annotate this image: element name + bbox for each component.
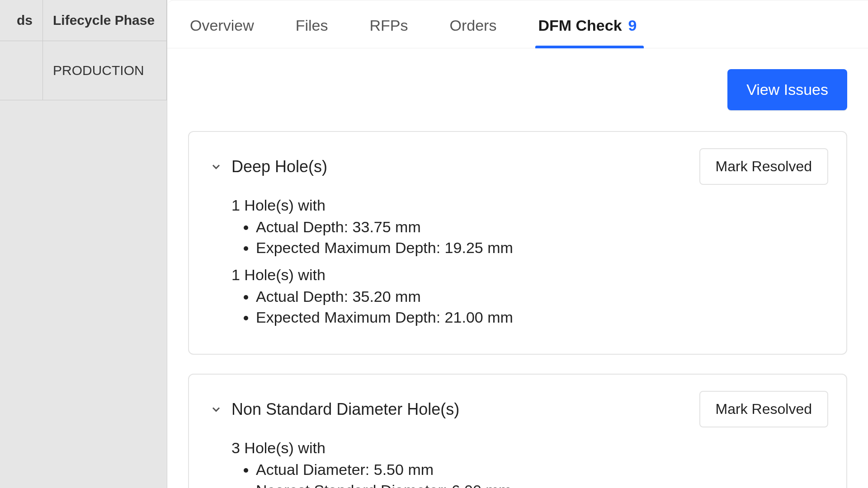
issue-card-non-standard-diameter: Non Standard Diameter Hole(s) Mark Resol… [188,374,847,488]
sidebar-cell-col1 [0,41,43,100]
main-panel: Overview Files RFPs Orders DFM Check 9 V… [167,0,868,488]
issue-line: Expected Maximum Depth: 19.25 mm [256,238,828,258]
tab-dfm-check-label: DFM Check [538,17,622,34]
sidebar-cell-lifecycle-phase: PRODUCTION [43,41,167,100]
issue-line: Actual Diameter: 5.50 mm [256,460,828,480]
tab-rfps[interactable]: RFPs [370,17,408,48]
issue-group: 1 Hole(s) with Actual Depth: 33.75 mm Ex… [231,197,828,258]
tab-dfm-check-badge: 9 [628,17,637,34]
issue-group-list: Actual Diameter: 5.50 mm Nearest Standar… [231,460,828,488]
mark-resolved-button[interactable]: Mark Resolved [699,148,828,185]
mark-resolved-button[interactable]: Mark Resolved [699,391,828,427]
issue-group-list: Actual Depth: 35.20 mm Expected Maximum … [231,286,828,328]
tab-overview[interactable]: Overview [190,17,254,48]
chevron-down-icon [210,403,222,416]
issue-title-wrap[interactable]: Deep Hole(s) [210,157,327,176]
issue-title-wrap[interactable]: Non Standard Diameter Hole(s) [210,400,459,419]
tab-files[interactable]: Files [296,17,328,48]
issue-header: Deep Hole(s) Mark Resolved [210,148,828,185]
sidebar-header-col2[interactable]: Lifecycle Phase [43,0,167,41]
issue-line: Nearest Standard Diameter: 6.00 mm [256,480,828,488]
main-content: Overview Files RFPs Orders DFM Check 9 V… [167,0,868,488]
issue-group-heading: 3 Hole(s) with [231,439,828,457]
sidebar-body-row[interactable]: PRODUCTION [0,41,167,100]
issue-group-heading: 1 Hole(s) with [231,266,828,284]
issue-body: 1 Hole(s) with Actual Depth: 33.75 mm Ex… [210,197,828,328]
tabs: Overview Files RFPs Orders DFM Check 9 [167,0,868,48]
issue-line: Expected Maximum Depth: 21.00 mm [256,307,828,328]
issue-header: Non Standard Diameter Hole(s) Mark Resol… [210,391,828,427]
issue-title: Non Standard Diameter Hole(s) [231,400,459,419]
issue-line: Actual Depth: 35.20 mm [256,286,828,307]
issue-group: 1 Hole(s) with Actual Depth: 35.20 mm Ex… [231,266,828,328]
sidebar-header-row: ds Lifecycle Phase [0,0,167,41]
issue-group: 3 Hole(s) with Actual Diameter: 5.50 mm … [231,439,828,488]
sidebar: ds Lifecycle Phase PRODUCTION [0,0,167,488]
sidebar-table: ds Lifecycle Phase PRODUCTION [0,0,167,100]
issue-group-list: Actual Depth: 33.75 mm Expected Maximum … [231,217,828,258]
issue-line: Actual Depth: 33.75 mm [256,217,828,238]
tab-dfm-check[interactable]: DFM Check 9 [538,17,637,48]
view-issues-button[interactable]: View Issues [727,69,847,110]
issue-group-heading: 1 Hole(s) with [231,197,828,214]
issues-list: Deep Hole(s) Mark Resolved 1 Hole(s) wit… [167,110,868,488]
action-bar: View Issues [167,48,868,110]
issue-card-deep-holes: Deep Hole(s) Mark Resolved 1 Hole(s) wit… [188,131,847,355]
chevron-down-icon [210,160,222,173]
issue-body: 3 Hole(s) with Actual Diameter: 5.50 mm … [210,439,828,488]
app-layout: ds Lifecycle Phase PRODUCTION Overview F… [0,0,868,488]
sidebar-header-col1[interactable]: ds [0,0,43,41]
issue-title: Deep Hole(s) [231,157,327,176]
tab-orders[interactable]: Orders [450,17,497,48]
